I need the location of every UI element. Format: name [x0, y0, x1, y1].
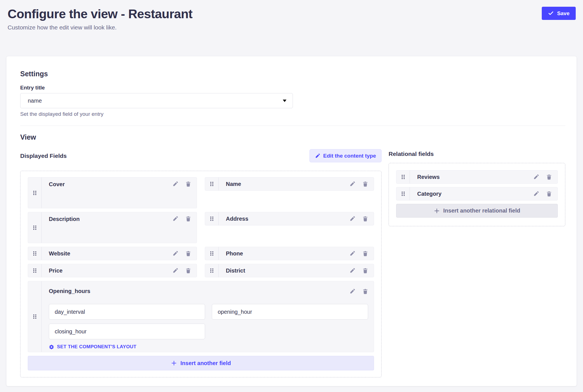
- save-button[interactable]: Save: [542, 7, 576, 20]
- trash-icon: [362, 289, 368, 294]
- trash-icon: [362, 268, 368, 273]
- delete-field-button[interactable]: [362, 268, 368, 273]
- insert-another-relational-field-button[interactable]: Insert another relational field: [396, 204, 558, 218]
- trash-icon: [546, 191, 552, 197]
- trash-icon: [362, 181, 368, 187]
- subfield-day-interval[interactable]: day_interval: [49, 304, 205, 320]
- edit-field-button[interactable]: [173, 268, 178, 273]
- entry-title-label: Entry title: [20, 85, 565, 91]
- entry-title-select-value: name: [28, 98, 42, 104]
- field-label: Reviews: [417, 174, 533, 180]
- view-layout: Displayed Fields Edit the content type C…: [20, 141, 565, 377]
- edit-field-button[interactable]: [350, 216, 355, 222]
- delete-field-button[interactable]: [362, 216, 368, 222]
- field-label: Address: [226, 216, 350, 222]
- relational-fields-label: Relational fields: [389, 150, 565, 157]
- drag-handle-icon[interactable]: [396, 187, 410, 200]
- component-label: Opening_hours: [49, 288, 350, 294]
- subfield-label: closing_hour: [55, 328, 86, 335]
- trash-icon: [185, 268, 191, 273]
- pencil-icon: [350, 289, 355, 294]
- relational-card-reviews: Reviews: [396, 170, 558, 184]
- pencil-icon: [173, 181, 178, 187]
- chevron-down-icon: [283, 100, 286, 102]
- edit-content-type-button[interactable]: Edit the content type: [309, 149, 382, 162]
- edit-field-button[interactable]: [533, 174, 539, 180]
- insert-another-field-button[interactable]: Insert another field: [28, 356, 374, 370]
- relational-fields-column: Relational fields Reviews Cat: [389, 141, 565, 377]
- delete-field-button[interactable]: [546, 191, 552, 197]
- component-subfields: day_interval opening_hour closing_hour: [49, 304, 368, 339]
- drag-handle-icon[interactable]: [28, 264, 42, 277]
- delete-field-button[interactable]: [362, 289, 368, 294]
- drag-handle-icon[interactable]: [205, 177, 219, 190]
- entry-title-select[interactable]: name: [20, 93, 293, 108]
- pencil-icon: [350, 268, 355, 273]
- drag-handle-icon[interactable]: [205, 264, 219, 277]
- trash-icon: [362, 216, 368, 222]
- delete-field-button[interactable]: [185, 268, 191, 273]
- pencil-icon: [533, 191, 539, 197]
- delete-field-button[interactable]: [185, 251, 191, 256]
- insert-another-relational-field-label: Insert another relational field: [443, 207, 520, 214]
- component-card-opening-hours: Opening_hours day_interval openin: [28, 281, 374, 352]
- delete-field-button[interactable]: [546, 174, 552, 180]
- delete-field-button[interactable]: [362, 181, 368, 187]
- check-icon: [548, 10, 554, 16]
- drag-handle-icon[interactable]: [28, 247, 42, 260]
- plus-icon: [171, 360, 177, 366]
- field-label: Price: [49, 268, 173, 274]
- pencil-icon: [350, 216, 355, 222]
- section-divider: [20, 126, 565, 126]
- page-subtitle: Customize how the edit view will look li…: [8, 24, 192, 31]
- settings-heading: Settings: [20, 70, 565, 78]
- subfield-opening-hour[interactable]: opening_hour: [212, 304, 368, 320]
- subfield-closing-hour[interactable]: closing_hour: [49, 324, 205, 339]
- field-card-phone: Phone: [205, 247, 374, 260]
- drag-handle-icon[interactable]: [396, 170, 410, 183]
- insert-another-field-label: Insert another field: [180, 360, 231, 366]
- subfield-label: opening_hour: [218, 309, 252, 315]
- configuration-card: Settings Entry title name Set the displa…: [6, 56, 577, 386]
- trash-icon: [362, 251, 368, 256]
- edit-field-button[interactable]: [173, 181, 178, 187]
- drag-handle-icon[interactable]: [205, 212, 219, 225]
- edit-field-button[interactable]: [350, 289, 355, 294]
- field-card-district: District: [205, 264, 374, 277]
- fields-row: Price District: [28, 264, 374, 277]
- drag-handle-icon[interactable]: [205, 247, 219, 260]
- pencil-icon: [315, 153, 320, 158]
- save-button-label: Save: [557, 10, 570, 17]
- view-heading: View: [20, 133, 565, 141]
- drag-handle-icon[interactable]: [28, 212, 42, 243]
- field-card-description: Description: [28, 212, 197, 243]
- displayed-fields-column: Displayed Fields Edit the content type C…: [20, 141, 382, 377]
- trash-icon: [185, 251, 191, 256]
- field-label: Name: [226, 181, 350, 187]
- field-label: Description: [49, 216, 173, 222]
- edit-field-button[interactable]: [350, 268, 355, 273]
- edit-field-button[interactable]: [533, 191, 539, 197]
- drag-handle-icon[interactable]: [28, 281, 42, 352]
- delete-field-button[interactable]: [185, 181, 191, 187]
- field-card-name: Name: [205, 177, 374, 191]
- entry-title-hint: Set the displayed field of your entry: [20, 111, 565, 117]
- edit-field-button[interactable]: [173, 251, 178, 256]
- edit-content-type-label: Edit the content type: [323, 153, 376, 159]
- set-component-layout-link[interactable]: SET THE COMPONENT'S LAYOUT: [49, 344, 136, 350]
- field-card-address: Address: [205, 212, 374, 225]
- edit-field-button[interactable]: [350, 181, 355, 187]
- displayed-fields-panel: Cover Name: [20, 171, 382, 377]
- pencil-icon: [350, 181, 355, 187]
- edit-field-button[interactable]: [350, 251, 355, 256]
- trash-icon: [185, 181, 191, 187]
- delete-field-button[interactable]: [362, 251, 368, 256]
- gear-icon: [49, 344, 54, 350]
- edit-field-button[interactable]: [173, 216, 178, 222]
- delete-field-button[interactable]: [185, 216, 191, 222]
- drag-handle-icon[interactable]: [28, 177, 42, 208]
- pencil-icon: [173, 251, 178, 256]
- field-card-cover: Cover: [28, 177, 197, 208]
- pencil-icon: [533, 174, 539, 180]
- subfield-label: day_interval: [55, 309, 85, 315]
